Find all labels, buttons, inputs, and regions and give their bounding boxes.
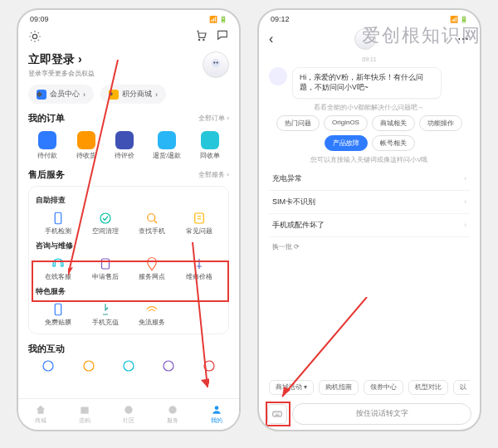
cat-mall[interactable]: 商城相关 — [372, 115, 415, 131]
hint-text-1: 看看全能的小V都能解决什么问题吧～ — [269, 104, 470, 112]
interact-item[interactable] — [202, 358, 217, 373]
cart-icon[interactable] — [194, 28, 208, 45]
svg-point-20 — [168, 406, 176, 413]
bchip-activity[interactable]: 商城活动 ▾ — [269, 380, 314, 395]
interact-item[interactable] — [161, 358, 176, 373]
svc-faq[interactable]: 常见问题 — [177, 209, 222, 237]
order-refund[interactable]: 退货/退款 — [153, 131, 181, 160]
consult-title: 咨询与维修 — [36, 241, 222, 251]
bot-bubble-avatar — [269, 67, 287, 85]
status-time: 09:12 — [271, 15, 290, 23]
question-item[interactable]: 手机或配件坏了› — [269, 214, 470, 237]
svc-find-phone[interactable]: 查找手机 — [129, 209, 175, 237]
bchip-more[interactable]: 以 — [453, 380, 470, 395]
nav-community[interactable]: 社区 — [123, 404, 134, 425]
back-icon[interactable]: ‹ — [269, 32, 273, 46]
svg-rect-3 — [56, 212, 62, 224]
svg-point-11 — [124, 361, 134, 371]
aftersale-title: 售后服务 — [28, 168, 65, 181]
svg-point-21 — [215, 406, 219, 410]
cat-hot[interactable]: 热门问题 — [276, 115, 320, 131]
svg-point-0 — [212, 59, 220, 67]
svc-repair-price[interactable]: 维修价格 — [177, 255, 222, 283]
nav-mine[interactable]: 我的 — [211, 404, 222, 425]
question-item[interactable]: 充电异常› — [269, 168, 470, 191]
status-icons: 📶 🔋 — [209, 16, 227, 23]
svc-recharge[interactable]: 手机充值 — [83, 300, 129, 329]
greeting-bubble: Hi，亲爱的V粉，新年快乐！有什么问题，不妨问问小V吧~ — [292, 67, 442, 99]
chevron-right-icon: › — [464, 221, 466, 229]
member-center-pill[interactable]: ◆会员中心 › — [28, 85, 94, 104]
nav-mall[interactable]: 商城 — [35, 404, 46, 425]
svg-point-4 — [100, 213, 110, 223]
order-pending-review[interactable]: 待评价 — [115, 131, 134, 160]
gear-icon[interactable] — [28, 30, 42, 43]
order-recycle[interactable]: 回收单 — [200, 131, 220, 160]
cat-product-fault[interactable]: 产品故障 — [325, 135, 368, 151]
login-subtitle: 登录享受更多会员权益 — [28, 69, 95, 78]
svg-rect-18 — [81, 407, 88, 414]
nav-service[interactable]: 服务 — [167, 404, 178, 425]
status-bar: 09:09 📶 🔋 — [18, 10, 239, 25]
bottom-nav: 商城 选购 社区 服务 我的 — [18, 398, 239, 430]
cat-account[interactable]: 帐号相关 — [372, 135, 415, 151]
phone-right: 09:12 📶 🔋 ‹ ⋯ 09:11 Hi，亲爱的V粉，新年快乐！有什么问题，… — [257, 8, 481, 431]
svc-free-film[interactable]: 免费贴膜 — [36, 300, 81, 329]
message-icon[interactable] — [216, 28, 229, 45]
status-time: 09:09 — [30, 15, 49, 23]
self-check-title: 自助排查 — [36, 195, 222, 206]
svg-rect-7 — [101, 259, 109, 269]
svc-online-service[interactable]: 在线客服 — [36, 255, 81, 283]
points-mall-pill[interactable]: ●积分商城 › — [100, 85, 166, 104]
svg-rect-6 — [195, 213, 204, 223]
svc-phone-check[interactable]: 手机检测 — [36, 209, 81, 237]
chevron-right-icon: › — [464, 174, 466, 183]
svc-cleanup[interactable]: 空间清理 — [83, 209, 129, 237]
svg-point-5 — [148, 214, 155, 222]
svc-service-points[interactable]: 服务网点 — [129, 255, 175, 283]
chevron-right-icon: › — [464, 197, 466, 206]
chat-timestamp: 09:11 — [269, 56, 470, 62]
svg-point-13 — [204, 361, 214, 371]
svg-point-10 — [84, 361, 94, 371]
hint-text-2: 您可以直接输入关键词或像这样问小V哦 — [269, 156, 470, 164]
phone-left: 09:09 📶 🔋 立即登录 › 登录享受更多会员权益 ◆会员中心 › ●积分商… — [17, 8, 241, 431]
login-title[interactable]: 立即登录 › — [28, 52, 95, 67]
refresh-button[interactable]: 换一批 ⟳ — [269, 242, 470, 251]
svg-point-2 — [217, 62, 218, 64]
cat-originos[interactable]: OriginOS — [324, 115, 368, 131]
bchip-coupon[interactable]: 领券中心 — [364, 380, 403, 395]
status-icons: 📶 🔋 — [450, 16, 468, 23]
svg-rect-22 — [273, 411, 282, 416]
svg-point-19 — [124, 406, 132, 413]
keyboard-button[interactable] — [267, 404, 287, 424]
interact-item[interactable] — [121, 358, 136, 373]
nav-shop[interactable]: 选购 — [79, 404, 90, 425]
svc-apply-aftersale[interactable]: 申请售后 — [83, 255, 129, 283]
interact-item[interactable] — [81, 358, 96, 373]
bottom-chip-row: 商城活动 ▾ 购机指南 领券中心 机型对比 以 — [269, 377, 470, 398]
orders-title: 我的订单 — [28, 112, 65, 124]
order-pending-pay[interactable]: 待付款 — [37, 131, 57, 160]
watermark-text: 爱创根知识网 — [362, 23, 481, 48]
avatar[interactable] — [203, 51, 229, 78]
interact-title: 我的互动 — [28, 343, 65, 355]
cat-function[interactable]: 功能操作 — [419, 115, 462, 131]
special-title: 特色服务 — [36, 286, 222, 297]
all-orders-link[interactable]: 全部订单 › — [198, 114, 229, 123]
bchip-guide[interactable]: 购机指南 — [319, 380, 359, 395]
refresh-icon: ⟳ — [294, 243, 300, 251]
svg-point-12 — [164, 361, 173, 371]
question-item[interactable]: SIM卡不识别› — [269, 191, 470, 214]
all-services-link[interactable]: 全部服务 › — [198, 170, 229, 179]
svg-rect-8 — [56, 304, 62, 315]
svg-point-1 — [213, 62, 215, 64]
keyboard-icon — [271, 408, 283, 420]
voice-input-button[interactable]: 按住说话转文字 — [292, 403, 471, 425]
interact-item[interactable] — [41, 358, 56, 373]
bchip-compare[interactable]: 机型对比 — [408, 380, 448, 395]
svg-point-9 — [43, 361, 53, 371]
order-pending-receive[interactable]: 待收货 — [76, 131, 96, 160]
svc-free-data[interactable]: 免流服务 — [129, 300, 175, 329]
